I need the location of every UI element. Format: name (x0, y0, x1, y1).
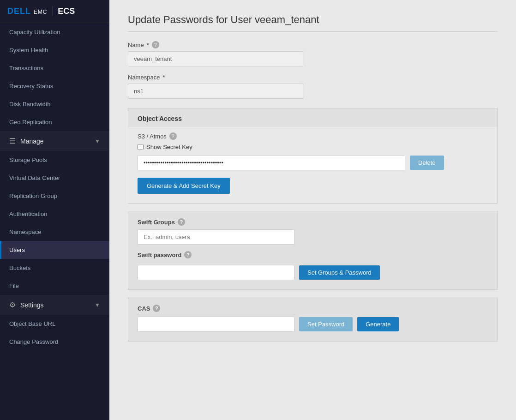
name-input[interactable] (128, 51, 303, 66)
s3-label: S3 / Atmos ? (138, 132, 488, 140)
logo-ecs-text: ECS (53, 6, 75, 16)
cas-label: CAS ? (138, 305, 488, 312)
sidebar-section-manage[interactable]: ☰ Manage ▼ (0, 131, 109, 151)
name-required: * (147, 42, 149, 48)
delete-button[interactable]: Delete (410, 156, 444, 170)
sidebar-section-settings[interactable]: ⚙ Settings ▼ (0, 295, 109, 315)
sidebar-header: DELL EMC ECS (0, 0, 109, 23)
sidebar-item-replication-group[interactable]: Replication Group (0, 187, 109, 205)
sidebar-item-recovery[interactable]: Recovery Status (0, 77, 109, 95)
s3-help-icon[interactable]: ? (169, 132, 177, 140)
cas-input[interactable] (138, 317, 294, 332)
sidebar-item-change-password[interactable]: Change Password (0, 333, 109, 351)
object-access-header: Object Access (128, 108, 497, 127)
cas-row: Set Password Generate (138, 317, 488, 332)
sidebar-item-capacity[interactable]: Capacity Utilization (0, 23, 109, 41)
swift-password-help-icon[interactable]: ? (184, 251, 192, 258)
chevron-down-settings-icon: ▼ (95, 302, 100, 308)
manage-icon: ☰ (9, 137, 16, 145)
show-secret-checkbox[interactable] (138, 144, 144, 150)
namespace-required: * (162, 74, 165, 81)
name-help-icon[interactable]: ? (152, 41, 159, 48)
logo-emc-text: EMC (34, 9, 48, 15)
sidebar-item-namespace[interactable]: Namespace (0, 223, 109, 241)
namespace-section: Namespace * (128, 74, 498, 99)
page-title: Update Passwords for User veeam_tenant (128, 14, 498, 32)
sidebar-item-geo-replication[interactable]: Geo Replication (0, 113, 109, 131)
set-password-button[interactable]: Set Password (299, 317, 353, 331)
sidebar-item-object-base-url[interactable]: Object Base URL (0, 315, 109, 333)
sidebar-item-authentication[interactable]: Authentication (0, 205, 109, 223)
logo-dell: DELL EMC (7, 6, 47, 16)
name-section: Name * ? (128, 41, 498, 66)
sidebar-item-buckets[interactable]: Buckets (0, 259, 109, 277)
show-secret-label[interactable]: Show Secret Key (138, 144, 488, 150)
swift-password-row: Set Groups & Password (138, 265, 488, 280)
swift-password-input[interactable] (138, 265, 294, 280)
settings-label: Settings (20, 301, 44, 309)
logo: DELL EMC ECS (7, 6, 75, 16)
cas-section: CAS ? Set Password Generate (128, 297, 498, 342)
manage-label: Manage (20, 138, 44, 145)
settings-icon: ⚙ (9, 300, 16, 309)
sidebar-scroll: Capacity Utilization System Health Trans… (0, 23, 109, 420)
chevron-down-icon: ▼ (95, 138, 100, 144)
namespace-input[interactable] (128, 84, 303, 99)
swift-groups-input[interactable] (138, 229, 294, 245)
secret-key-row: Delete (138, 155, 488, 170)
s3-section: S3 / Atmos ? Show Secret Key Delete Gene… (128, 127, 497, 203)
sidebar-item-storage-pools[interactable]: Storage Pools (0, 151, 109, 169)
swift-password-label: Swift password ? (138, 251, 488, 258)
swift-password-section: Swift password ? Set Groups & Password (138, 251, 488, 280)
sidebar-item-file[interactable]: File (0, 277, 109, 295)
logo-dell-text: DELL (7, 6, 31, 16)
object-access-section: Object Access S3 / Atmos ? Show Secret K… (128, 108, 498, 204)
sidebar-item-transactions[interactable]: Transactions (0, 59, 109, 77)
sidebar-item-disk-bandwidth[interactable]: Disk Bandwidth (0, 95, 109, 113)
name-label: Name * ? (128, 41, 498, 48)
set-groups-password-button[interactable]: Set Groups & Password (299, 265, 380, 280)
namespace-label: Namespace * (128, 74, 498, 81)
swift-groups-label: Swift Groups ? (138, 218, 488, 226)
main-content: Update Passwords for User veeam_tenant N… (109, 0, 516, 420)
generate-secret-button[interactable]: Generate & Add Secret Key (138, 178, 230, 194)
swift-section: Swift Groups ? Swift password ? Set Grou… (128, 211, 498, 290)
generate-cas-button[interactable]: Generate (357, 317, 399, 331)
sidebar-item-virtual-dc[interactable]: Virtual Data Center (0, 169, 109, 187)
cas-help-icon[interactable]: ? (153, 305, 160, 312)
sidebar: DELL EMC ECS Capacity Utilization System… (0, 0, 109, 420)
secret-key-input[interactable] (138, 155, 405, 170)
sidebar-item-users[interactable]: Users (0, 241, 109, 259)
sidebar-item-system-health[interactable]: System Health (0, 41, 109, 59)
swift-groups-help-icon[interactable]: ? (178, 218, 185, 226)
